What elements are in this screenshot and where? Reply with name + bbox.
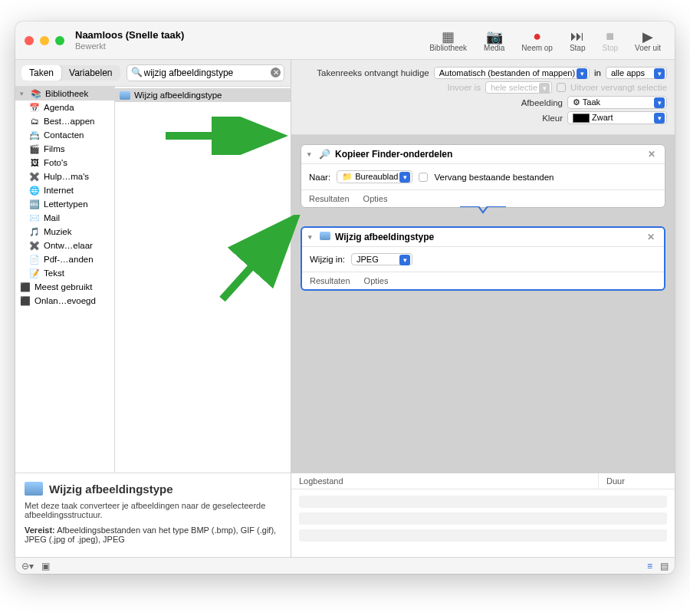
replace-existing-checkbox[interactable]	[419, 173, 428, 182]
category-icon: 📝	[29, 268, 40, 278]
library-item[interactable]: 📅Agenda	[15, 100, 114, 114]
image-select[interactable]: ⚙ Taak▾	[567, 96, 667, 109]
category-icon: 🌐	[29, 185, 40, 196]
library-item-label: Onlan…evoegd	[34, 296, 96, 305]
step-button[interactable]: ⏭Stap	[570, 28, 586, 52]
library-smart-folder[interactable]: ⬛Meest gebruikt	[15, 280, 114, 294]
smart-folder-icon: ⬛	[20, 282, 31, 292]
library-item-label: Muziek	[44, 227, 71, 236]
search-field: 🔍 ✕	[127, 64, 284, 81]
library-item[interactable]: 🎬Films	[15, 142, 114, 156]
action-item[interactable]: Wijzig afbeeldingstype	[115, 88, 291, 102]
image-type-select[interactable]: JPEG▾	[351, 253, 412, 265]
category-icon: ✖️	[29, 240, 40, 251]
category-icon: 🎬	[29, 143, 40, 154]
library-item-label: Foto's	[44, 158, 67, 167]
library-root-label: Bibliotheek	[45, 89, 88, 98]
description-requires: Vereist: Afbeeldingsbestanden van het ty…	[25, 525, 281, 544]
library-item[interactable]: 📄Pdf-…anden	[15, 252, 114, 266]
library-item[interactable]: 🖼Foto's	[15, 156, 114, 170]
zoom-button[interactable]	[55, 36, 64, 45]
image-label: Afbeelding	[521, 98, 563, 107]
tab-actions[interactable]: Taken	[21, 65, 61, 81]
library-item[interactable]: ✖️Ontw…elaar	[15, 239, 114, 252]
options-button[interactable]: Opties	[364, 276, 389, 285]
record-button[interactable]: ●Neem op	[521, 28, 553, 52]
gear-menu-button[interactable]: ⊖▾	[21, 561, 34, 572]
record-icon: ●	[521, 28, 553, 44]
library-item-label: Films	[44, 144, 64, 153]
destination-select[interactable]: 📁 Bureaublad▾	[337, 170, 412, 183]
log-col-log[interactable]: Logbestand	[291, 473, 598, 489]
run-icon: ▶	[635, 28, 661, 44]
disclosure-icon: ▾	[20, 90, 24, 97]
category-icon: 📄	[29, 254, 40, 265]
disclosure-icon[interactable]: ▾	[308, 233, 312, 241]
action-title: Kopieer Finder-onderdelen	[335, 149, 452, 160]
workflow-canvas[interactable]: ▾ 🔎 Kopieer Finder-onderdelen ✕ Naar: 📁 …	[291, 135, 675, 473]
status-bar: ⊖▾ ▣ ≡ ▤	[15, 557, 675, 574]
category-icon: 🔤	[29, 199, 40, 209]
options-button[interactable]: Opties	[363, 194, 388, 203]
library-item[interactable]: 📝Tekst	[15, 266, 114, 280]
remove-action-button[interactable]: ✕	[644, 232, 658, 242]
input-label: Invoer is	[447, 83, 480, 92]
run-button[interactable]: ▶Voer uit	[635, 28, 661, 52]
input-select: hele selectie▾	[485, 81, 552, 94]
library-item[interactable]: 🔤Lettertypen	[15, 197, 114, 211]
log-panel: Logbestand Duur	[291, 473, 675, 557]
library-item-label: Hulp…ma's	[44, 172, 89, 181]
library-item-label: Internet	[44, 186, 74, 195]
log-row-placeholder	[299, 496, 667, 508]
in-app-select[interactable]: alle apps▾	[606, 67, 667, 79]
description-body: Met deze taak converteer je afbeeldingen…	[25, 501, 281, 519]
results-button[interactable]: Resultaten	[309, 194, 350, 203]
receives-select[interactable]: Automatisch (bestanden of mappen)▾	[434, 67, 590, 79]
preview-app-icon	[120, 90, 130, 100]
library-button[interactable]: ▦Bibliotheek	[429, 28, 467, 52]
library-item[interactable]: 📇Contacten	[15, 128, 114, 142]
disclosure-icon[interactable]: ▾	[307, 150, 311, 158]
results-button[interactable]: Resultaten	[310, 276, 350, 285]
library-item[interactable]: ✉️Mail	[15, 211, 114, 225]
log-view-list-button[interactable]: ≡	[647, 561, 652, 572]
color-select[interactable]: Zwart▾	[567, 111, 667, 124]
tab-variables[interactable]: Variabelen	[61, 65, 120, 81]
library-item[interactable]: 🗂Best…appen	[15, 114, 114, 128]
library-icon: 📚	[31, 88, 41, 99]
close-button[interactable]	[25, 36, 34, 45]
action-copy-finder-items[interactable]: ▾ 🔎 Kopieer Finder-onderdelen ✕ Naar: 📁 …	[301, 144, 665, 208]
library-item-label: Mail	[44, 213, 60, 222]
chevron-down-icon: ▾	[539, 83, 550, 94]
stop-button: ■Stop	[603, 28, 619, 52]
log-col-duration[interactable]: Duur	[598, 473, 675, 489]
search-icon: 🔍	[131, 67, 143, 77]
clear-search-button[interactable]: ✕	[271, 68, 281, 77]
log-view-grid-button[interactable]: ▤	[660, 561, 669, 572]
library-smart-folder[interactable]: ⬛Onlan…evoegd	[15, 294, 114, 308]
action-change-image-type[interactable]: ▾ Wijzig afbeeldingstype ✕ Wijzig in: JP…	[301, 226, 665, 291]
actions-list: Wijzig afbeeldingstype	[115, 87, 291, 473]
search-input[interactable]	[127, 64, 284, 81]
window-subtitle: Bewerkt	[75, 41, 429, 51]
color-label: Kleur	[542, 114, 563, 123]
library-item[interactable]: 🌐Internet	[15, 183, 114, 197]
library-item[interactable]: ✖️Hulp…ma's	[15, 170, 114, 183]
minimize-button[interactable]	[40, 36, 49, 45]
window-title: Naamloos (Snelle taak)	[75, 30, 429, 41]
library-root[interactable]: ▾ 📚 Bibliotheek	[15, 87, 114, 100]
output-replaces-label: Uitvoer vervangt selectie	[570, 83, 667, 92]
connector-icon	[301, 206, 665, 217]
filter-bar: Taken Variabelen 🔍 ✕	[15, 60, 291, 87]
chevron-down-icon: ▾	[399, 172, 410, 183]
receives-label: Takenreeks ontvangt huidige	[317, 68, 429, 77]
view-segment: Taken Variabelen	[21, 65, 120, 81]
chevron-down-icon: ▾	[577, 68, 587, 79]
media-button[interactable]: 📷Media	[484, 28, 504, 52]
library-item-label: Best…appen	[44, 117, 95, 126]
remove-action-button[interactable]: ✕	[645, 149, 659, 160]
category-icon: 📅	[29, 102, 40, 113]
step-icon: ⏭	[570, 28, 586, 44]
variables-panel-button[interactable]: ▣	[41, 561, 50, 572]
library-item[interactable]: 🎵Muziek	[15, 225, 114, 239]
